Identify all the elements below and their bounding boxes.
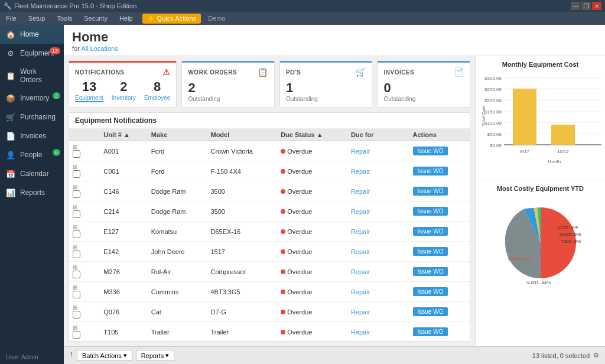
reports-button[interactable]: Reports ▾	[136, 350, 175, 361]
sidebar-item-home[interactable]: 🏠 Home	[0, 25, 64, 44]
sidebar-item-people[interactable]: 👤 People 6	[0, 145, 64, 164]
work-orders-icon-card: 📋	[258, 67, 268, 77]
inventory-icon: 📦	[6, 93, 15, 103]
row-due-for: Repair	[347, 242, 409, 262]
row-due-for: Repair	[347, 302, 409, 322]
due-for-link[interactable]: Repair	[351, 248, 370, 255]
due-for-link[interactable]: Repair	[351, 148, 370, 155]
sidebar-label-calendar: Calendar	[20, 170, 49, 178]
quick-actions-button[interactable]: ⚡ Quick Actions	[142, 14, 201, 24]
row-unit: E127	[100, 222, 147, 242]
th-make[interactable]: Make	[148, 129, 207, 141]
row-action: Issue WO	[409, 282, 470, 302]
equipment-table: Unit # ▲ Make Model Due Status ▲ Due for…	[69, 129, 470, 341]
bottom-status: 13 listed, 0 selected ⚙	[532, 352, 599, 359]
table-row: ⊞ C146 Dodge Ram 3500 Overdue Repair Iss…	[69, 181, 470, 202]
th-due-for[interactable]: Due for	[347, 129, 409, 141]
sidebar-item-inventory[interactable]: 📦 Inventory 2	[0, 89, 64, 108]
issue-wo-button[interactable]: Issue WO	[413, 247, 448, 256]
table-row: ⊞ A001 Ford Crown Victoria Overdue Repai…	[69, 141, 470, 161]
row-due-for: Repair	[347, 282, 409, 302]
issue-wo-button[interactable]: Issue WO	[413, 307, 448, 316]
due-for-link[interactable]: Repair	[351, 329, 370, 336]
minimize-button[interactable]: —	[571, 2, 580, 10]
maximize-button[interactable]: ❐	[581, 2, 591, 10]
row-expand: ⊞	[69, 322, 87, 342]
row-warn	[87, 141, 100, 161]
svg-text:V-001: 44%: V-001: 44%	[526, 280, 551, 285]
work-orders-header: WORK ORDERS 📋	[188, 67, 268, 77]
status-dot	[281, 229, 285, 234]
work-orders-icon: 📋	[6, 71, 15, 80]
row-model: Trailer	[207, 322, 277, 342]
th-unit[interactable]: Unit # ▲	[100, 129, 147, 141]
menu-setup[interactable]: Setup	[26, 14, 48, 23]
row-action: Issue WO	[409, 302, 470, 322]
issue-wo-button[interactable]: Issue WO	[413, 227, 448, 236]
page-subtitle: for All Locations	[72, 45, 597, 52]
issue-wo-button[interactable]: Issue WO	[413, 267, 448, 276]
svg-text:10/17: 10/17	[557, 149, 570, 154]
status-dot	[281, 169, 285, 174]
row-expand: ⊞	[69, 282, 87, 302]
row-model: 3500	[207, 202, 277, 222]
row-make: Dodge Ram	[148, 181, 207, 202]
row-model: 3500	[207, 181, 277, 202]
due-for-link[interactable]: Repair	[351, 288, 370, 295]
sidebar-item-purchasing[interactable]: 🛒 Purchasing	[0, 108, 64, 126]
sidebar-label-home: Home	[20, 30, 39, 38]
sidebar-item-reports[interactable]: 📊 Reports	[0, 183, 64, 202]
issue-wo-button[interactable]: Issue WO	[413, 287, 448, 296]
settings-icon[interactable]: ⚙	[593, 352, 599, 359]
menu-security[interactable]: Security	[82, 14, 110, 23]
upload-icon: ↑	[70, 350, 73, 361]
table-row: ⊞ Q076 Cat D7-G Overdue Repair Issue WO	[69, 302, 470, 322]
row-warn	[87, 262, 100, 282]
user-footer: User: Admin	[0, 350, 64, 364]
location-link[interactable]: All Locations	[81, 45, 118, 52]
alert-icon: ⚠	[162, 67, 171, 77]
row-expand: ⊞	[69, 141, 87, 161]
due-for-link[interactable]: Repair	[351, 268, 370, 275]
issue-wo-button[interactable]: Issue WO	[413, 187, 448, 196]
pie-chart-title: Most Costly Equipment YTD	[480, 185, 600, 192]
home-icon: 🏠	[6, 30, 15, 39]
menu-help[interactable]: Help	[117, 14, 135, 23]
issue-wo-button[interactable]: Issue WO	[413, 207, 448, 216]
row-warn	[87, 322, 100, 342]
row-expand: ⊞	[69, 222, 87, 242]
status-dot	[281, 249, 285, 254]
bar-chart-title: Monthly Equipment Cost	[480, 61, 600, 68]
row-action: Issue WO	[409, 202, 470, 222]
issue-wo-button[interactable]: Issue WO	[413, 147, 448, 155]
sidebar-item-invoices[interactable]: 📄 Invoices	[0, 126, 64, 145]
work-orders-card: WORK ORDERS 📋 2 Outstanding	[181, 61, 275, 108]
sidebar-label-purchasing: Purchasing	[20, 113, 56, 121]
th-model[interactable]: Model	[207, 129, 277, 141]
batch-actions-button[interactable]: Batch Actions ▾	[77, 350, 132, 361]
table-section-header: Equipment Notifications	[69, 113, 470, 129]
sidebar-item-equipment[interactable]: ⚙ Equipment 13	[0, 44, 64, 63]
bar-10-17	[551, 125, 575, 145]
invoices-icon-card: 📄	[454, 67, 464, 77]
menu-tools[interactable]: Tools	[54, 14, 74, 23]
row-model: 4BT3.3G5	[207, 282, 277, 302]
due-for-link[interactable]: Repair	[351, 168, 370, 175]
row-status: Overdue	[277, 181, 347, 202]
issue-wo-button[interactable]: Issue WO	[413, 167, 448, 176]
equipment-badge: 13	[50, 47, 60, 54]
table-wrapper[interactable]: Unit # ▲ Make Model Due Status ▲ Due for…	[69, 129, 470, 341]
menu-file[interactable]: File	[4, 14, 19, 23]
sidebar-item-work-orders[interactable]: 📋 Work Orders	[0, 63, 64, 89]
issue-wo-button[interactable]: Issue WO	[413, 327, 448, 336]
close-button[interactable]: ✕	[592, 2, 601, 10]
sidebar-item-calendar[interactable]: 📅 Calendar	[0, 164, 64, 183]
due-for-link[interactable]: Repair	[351, 188, 370, 195]
th-status[interactable]: Due Status ▲	[277, 129, 347, 141]
pie-container: C056: 3% M336: 6% T200: 3% V-002: 44% V-…	[480, 196, 600, 290]
table-header-row: Unit # ▲ Make Model Due Status ▲ Due for…	[69, 129, 470, 141]
due-for-link[interactable]: Repair	[351, 308, 370, 316]
due-for-link[interactable]: Repair	[351, 228, 370, 235]
table-row: ⊞ C001 Ford F-150 4X4 Overdue Repair Iss…	[69, 161, 470, 181]
due-for-link[interactable]: Repair	[351, 208, 370, 215]
